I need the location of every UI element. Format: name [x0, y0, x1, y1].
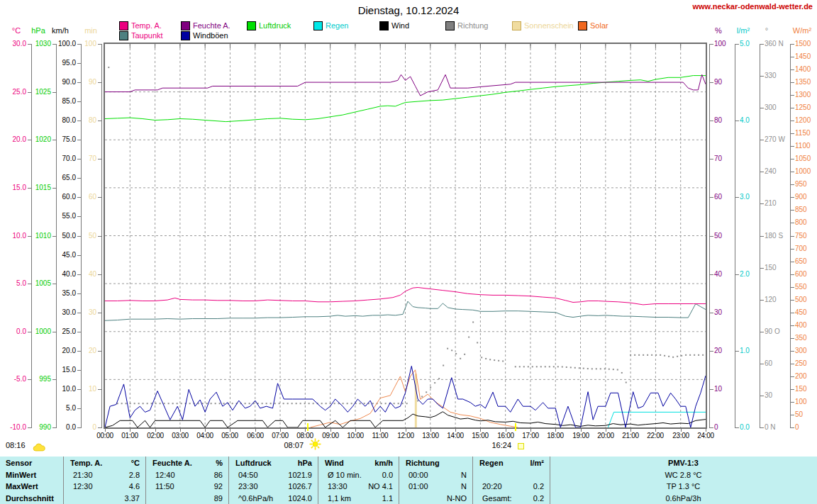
axis-tick — [77, 408, 81, 409]
axis-tick — [735, 121, 739, 121]
table-row-label: MinWert — [6, 471, 36, 480]
table-pmv-value: TP 1.3 °C — [613, 482, 755, 491]
hour-label: 16:00 — [493, 432, 518, 439]
axis-tick — [77, 216, 81, 217]
axis-tick-label: 800 — [795, 219, 817, 226]
legend-label: Wind — [391, 21, 409, 30]
hour-label: 01:00 — [117, 432, 143, 439]
series-dot-Richtung — [343, 403, 344, 404]
hour-label: 09:00 — [318, 432, 343, 439]
series-dot-Richtung — [232, 403, 233, 404]
axis-tick-label: 300 — [795, 347, 817, 354]
axis-tick-label: 50 — [65, 233, 96, 240]
axis-tick-label: 1450 — [795, 53, 817, 60]
table-col-header: Wind — [325, 459, 344, 468]
axis-tick — [791, 95, 794, 96]
hour-label: 22:00 — [643, 432, 668, 439]
series-dot-Richtung — [489, 359, 491, 360]
hour-label: 23:00 — [668, 432, 694, 439]
series-dot-Richtung — [651, 354, 652, 356]
axis-tick — [791, 300, 794, 301]
website-link[interactable]: www.neckar-odenwald-wetter.de — [692, 2, 813, 11]
series-dot-Richtung — [655, 354, 657, 356]
hour-label: 12:00 — [393, 432, 418, 439]
axis-unit-W/m²: W/m² — [785, 27, 817, 35]
axis-tick-label: 200 — [795, 373, 817, 380]
axis-tick — [791, 44, 794, 45]
series-dot-Richtung — [426, 391, 427, 393]
axis-unit-min: min — [74, 27, 108, 35]
legend-label: Windböen — [193, 31, 228, 40]
series-dot-Richtung — [189, 403, 191, 404]
axis-tick — [760, 172, 764, 172]
table-separator — [228, 457, 229, 504]
axis-tick-label: 2.0 — [740, 271, 768, 278]
weather-dashboard: Dienstag, 10.12.2024 www.neckar-odenwald… — [0, 0, 817, 504]
axis-tick-label: 850 — [795, 206, 817, 213]
series-dot-Richtung — [451, 349, 452, 351]
legend-label: Sonnenschein — [524, 21, 574, 30]
legend-swatch-wind — [379, 21, 389, 30]
series-dot-Richtung — [326, 403, 327, 404]
series-dot-Richtung — [164, 403, 165, 404]
table-pmv-header: PMV-1:3 — [613, 459, 755, 468]
hour-label: 15:00 — [467, 432, 493, 439]
table-separator — [550, 457, 550, 504]
axis-tick — [791, 184, 794, 185]
axis-tick — [77, 332, 81, 332]
table-cell-value: 0.2 — [487, 482, 544, 491]
series-dot-Richtung — [334, 403, 335, 404]
axis-tick-label: 100 — [795, 398, 817, 405]
series-dot-Richtung — [417, 400, 418, 401]
plot-svg — [105, 44, 706, 427]
table-separator — [472, 457, 473, 504]
series-dot-Richtung — [523, 366, 525, 367]
axis-tick-label: 240 — [765, 168, 793, 175]
table-cell-value: 1026.7 — [255, 482, 312, 491]
axis-tick — [98, 351, 101, 352]
axis-tick — [791, 427, 794, 428]
axis-tick — [791, 210, 794, 211]
axis-tick-label: 950 — [795, 181, 817, 188]
axis-tick-label: 70 — [65, 155, 96, 162]
table-cell-value: 92 — [166, 482, 223, 491]
series-dot-Richtung — [279, 403, 280, 404]
series-dot-Richtung — [126, 403, 127, 404]
axis-tick — [791, 338, 794, 339]
series-dot-Richtung — [613, 369, 614, 370]
hour-label: 07:00 — [267, 432, 293, 439]
axis-tick — [791, 325, 794, 326]
axis-tick — [760, 44, 764, 45]
axis-tick — [77, 140, 81, 140]
series-dot-Richtung — [402, 403, 404, 404]
sunset-tick — [515, 423, 516, 431]
axis-tick-label: 10 — [65, 386, 96, 393]
series-dot-Richtung — [485, 358, 487, 359]
series-dot-Richtung — [647, 354, 648, 356]
axis-tick-label: 60 — [765, 360, 793, 367]
series-dot-Richtung — [155, 403, 157, 404]
series-dot-Richtung — [660, 354, 661, 356]
axis-tick-label: 30 — [714, 309, 743, 316]
series-dot-Richtung — [630, 354, 631, 356]
hour-label: 00:00 — [92, 432, 118, 439]
axis-tick — [52, 188, 56, 189]
series-dot-Richtung — [596, 368, 597, 369]
hour-label: 21:00 — [618, 432, 643, 439]
axis-tick-label: 10 — [714, 386, 743, 393]
series-dot-Richtung — [394, 403, 395, 404]
axis-tick — [791, 223, 794, 223]
legend-label: Luftdruck — [259, 21, 291, 30]
axis-tick — [760, 332, 764, 332]
legend-label: Richtung — [457, 21, 488, 30]
axis-tick — [98, 274, 101, 275]
table-col-header: Richtung — [406, 459, 440, 468]
legend-swatch-solar — [578, 21, 587, 30]
axis-tick-label: 4.0 — [740, 117, 768, 124]
legend-label: Temp. A. — [131, 21, 162, 30]
series-dot-Richtung — [460, 358, 461, 359]
series-dot-Richtung — [677, 356, 678, 357]
table-row-label: MaxWert — [6, 482, 38, 491]
series-dot-Richtung — [600, 368, 601, 369]
axis-tick — [710, 197, 713, 198]
